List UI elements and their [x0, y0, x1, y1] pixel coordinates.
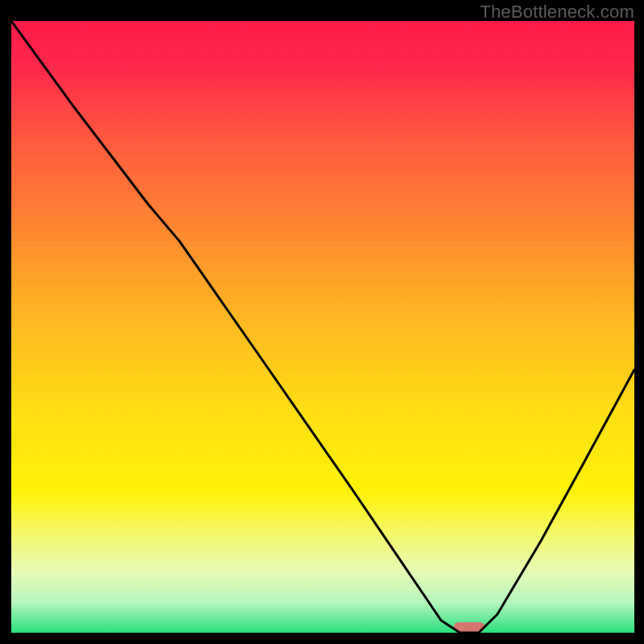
chart-frame: TheBottleneck.com — [0, 0, 644, 644]
chart-svg — [11, 21, 634, 633]
plot-area — [11, 21, 634, 633]
watermark-text: TheBottleneck.com — [480, 2, 634, 23]
